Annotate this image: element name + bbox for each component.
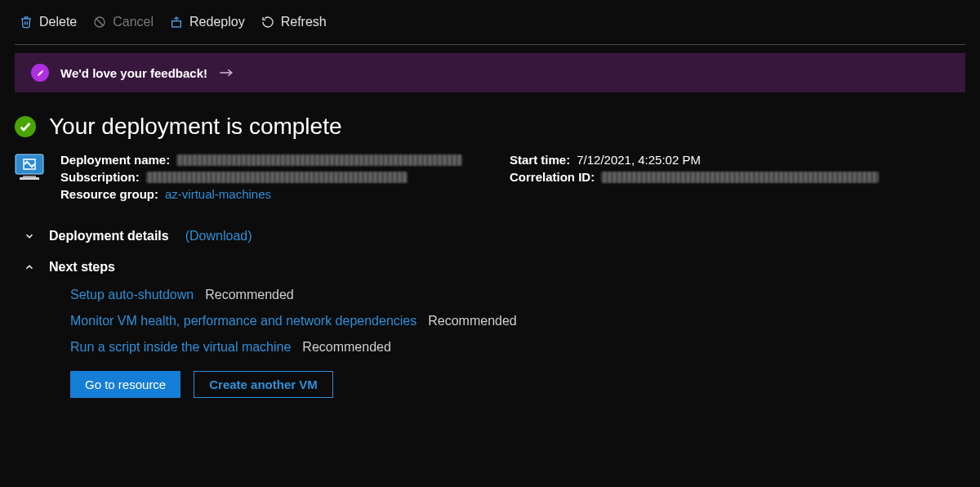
summary-col-right: Start time: 7/12/2021, 4:25:02 PM Correl… (510, 153, 965, 201)
redeploy-button[interactable]: Redeploy (170, 15, 245, 29)
toolbar-divider (15, 44, 965, 45)
toolbar: Delete Cancel Redeploy Refresh (0, 0, 980, 44)
cancel-button: Cancel (93, 15, 154, 29)
monitor-icon (15, 153, 44, 183)
page-title: Your deployment is complete (49, 114, 342, 140)
badge-monitor-vm: Recommended (428, 314, 517, 328)
expander-next-steps[interactable]: Next steps (21, 252, 965, 283)
expander-zone: Deployment details (Download) Next steps… (0, 201, 980, 398)
value-correlation-id-redacted (601, 172, 879, 183)
delete-label: Delete (39, 15, 77, 29)
link-run-script[interactable]: Run a script inside the virtual machine (70, 340, 291, 355)
value-subscription-redacted (146, 172, 408, 183)
row-correlation-id: Correlation ID: (510, 170, 965, 184)
row-resource-group: Resource group: az-virtual-machines (60, 187, 485, 201)
svg-rect-2 (172, 21, 181, 27)
step-run-script: Run a script inside the virtual machine … (70, 340, 965, 355)
deployment-details-label: Deployment details (49, 229, 169, 244)
arrow-right-icon (219, 66, 234, 80)
step-monitor-vm: Monitor VM health, performance and netwo… (70, 314, 965, 328)
feedback-text: We'd love your feedback! (60, 66, 207, 80)
row-subscription: Subscription: (60, 170, 485, 184)
deployment-summary: Deployment name: Subscription: Resource … (0, 150, 980, 201)
rocket-icon (31, 64, 49, 82)
label-resource-group: Resource group: (60, 187, 158, 201)
next-steps-label: Next steps (49, 260, 115, 275)
label-correlation-id: Correlation ID: (510, 170, 595, 184)
refresh-button[interactable]: Refresh (261, 15, 327, 29)
redeploy-icon (170, 16, 183, 29)
value-deployment-name-redacted (176, 154, 462, 166)
row-deployment-name: Deployment name: (60, 153, 485, 167)
label-start-time: Start time: (510, 153, 570, 167)
cancel-icon (93, 16, 106, 29)
link-monitor-vm[interactable]: Monitor VM health, performance and netwo… (70, 314, 416, 328)
refresh-label: Refresh (281, 15, 327, 29)
next-steps-body: Setup auto-shutdown Recommended Monitor … (21, 288, 965, 355)
svg-rect-6 (23, 176, 36, 177)
success-check-icon (15, 116, 36, 137)
summary-col-left: Deployment name: Subscription: Resource … (60, 153, 485, 201)
badge-auto-shutdown: Recommended (205, 288, 294, 302)
delete-button[interactable]: Delete (20, 15, 77, 29)
go-to-resource-button[interactable]: Go to resource (70, 371, 180, 398)
link-auto-shutdown[interactable]: Setup auto-shutdown (70, 288, 194, 302)
summary-columns: Deployment name: Subscription: Resource … (60, 153, 965, 201)
redeploy-label: Redeploy (189, 15, 245, 29)
download-link[interactable]: (Download) (185, 229, 252, 244)
refresh-icon (261, 16, 274, 29)
row-start-time: Start time: 7/12/2021, 4:25:02 PM (510, 153, 965, 167)
feedback-banner[interactable]: We'd love your feedback! (15, 53, 965, 92)
svg-rect-7 (20, 177, 39, 180)
badge-run-script: Recommended (302, 340, 391, 355)
label-subscription: Subscription: (60, 170, 140, 184)
heading-row: Your deployment is complete (0, 107, 980, 150)
action-buttons: Go to resource Create another VM (21, 371, 965, 398)
create-another-vm-button[interactable]: Create another VM (194, 371, 333, 398)
chevron-down-icon (21, 230, 38, 242)
expander-deployment-details[interactable]: Deployment details (Download) (21, 221, 965, 252)
chevron-up-icon (21, 261, 38, 273)
link-resource-group[interactable]: az-virtual-machines (165, 187, 271, 201)
cancel-label: Cancel (113, 15, 154, 29)
value-start-time: 7/12/2021, 4:25:02 PM (577, 153, 701, 167)
step-auto-shutdown: Setup auto-shutdown Recommended (70, 288, 965, 302)
label-deployment-name: Deployment name: (60, 153, 170, 167)
trash-icon (20, 16, 33, 29)
svg-line-1 (96, 19, 103, 25)
